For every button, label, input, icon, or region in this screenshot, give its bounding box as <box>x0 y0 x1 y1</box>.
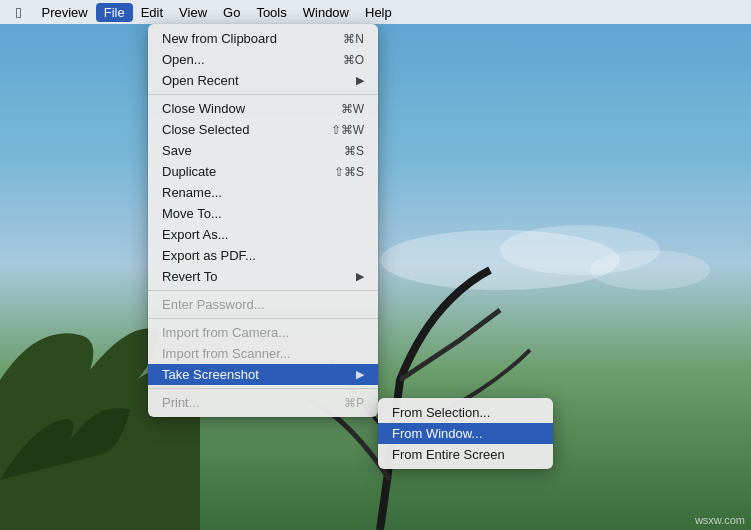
separator-1 <box>148 94 378 95</box>
menu-item-rename[interactable]: Rename... <box>148 182 378 203</box>
menu-item-open[interactable]: Open... ⌘O <box>148 49 378 70</box>
menu-item-print[interactable]: Print... ⌘P <box>148 392 378 413</box>
menu-item-from-entire-screen[interactable]: From Entire Screen <box>378 444 553 465</box>
menubar-window[interactable]: Window <box>295 3 357 22</box>
apple-menu[interactable]:  <box>8 2 29 23</box>
file-dropdown-menu: New from Clipboard ⌘N Open... ⌘O Open Re… <box>148 24 378 417</box>
screenshot-submenu: From Selection... From Window... From En… <box>378 398 553 469</box>
menu-item-duplicate[interactable]: Duplicate ⇧⌘S <box>148 161 378 182</box>
separator-4 <box>148 388 378 389</box>
watermark: wsxw.com <box>695 514 745 526</box>
menubar-go[interactable]: Go <box>215 3 248 22</box>
menu-item-import-scanner[interactable]: Import from Scanner... <box>148 343 378 364</box>
menu-item-export-as[interactable]: Export As... <box>148 224 378 245</box>
menu-item-take-screenshot[interactable]: Take Screenshot ▶ <box>148 364 378 385</box>
separator-2 <box>148 290 378 291</box>
menu-item-export-as-pdf[interactable]: Export as PDF... <box>148 245 378 266</box>
menubar-edit[interactable]: Edit <box>133 3 171 22</box>
menu-item-enter-password[interactable]: Enter Password... <box>148 294 378 315</box>
menubar:  Preview File Edit View Go Tools Window… <box>0 0 751 24</box>
menu-item-save[interactable]: Save ⌘S <box>148 140 378 161</box>
separator-3 <box>148 318 378 319</box>
menu-item-move-to[interactable]: Move To... <box>148 203 378 224</box>
menu-item-import-camera[interactable]: Import from Camera... <box>148 322 378 343</box>
menubar-tools[interactable]: Tools <box>248 3 294 22</box>
menu-item-revert-to[interactable]: Revert To ▶ <box>148 266 378 287</box>
menu-item-close-selected[interactable]: Close Selected ⇧⌘W <box>148 119 378 140</box>
menu-item-from-selection[interactable]: From Selection... <box>378 402 553 423</box>
menubar-view[interactable]: View <box>171 3 215 22</box>
menu-item-open-recent[interactable]: Open Recent ▶ <box>148 70 378 91</box>
menubar-help[interactable]: Help <box>357 3 400 22</box>
menu-item-close-window[interactable]: Close Window ⌘W <box>148 98 378 119</box>
menu-item-from-window[interactable]: From Window... <box>378 423 553 444</box>
menubar-preview[interactable]: Preview <box>33 3 95 22</box>
menubar-file[interactable]: File <box>96 3 133 22</box>
menu-item-new-from-clipboard[interactable]: New from Clipboard ⌘N <box>148 28 378 49</box>
